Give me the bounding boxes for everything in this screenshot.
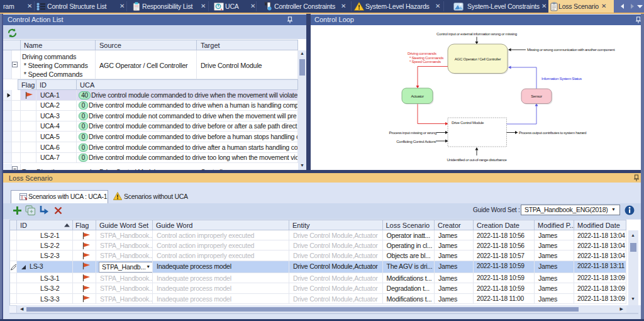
svg-text:AGC Operator / Cell Controller: AGC Operator / Cell Controller xyxy=(455,57,501,61)
svg-text:* Speed Commands: * Speed Commands xyxy=(409,59,441,64)
svg-text:Control input or external info: Control input or external information wr… xyxy=(436,31,518,36)
svg-text:Actuator: Actuator xyxy=(411,94,424,98)
svg-text:Missing or wrong communication: Missing or wrong communication with anot… xyxy=(527,47,615,52)
svg-text:Drive Control Module: Drive Control Module xyxy=(452,120,484,125)
svg-text:Unidentified or out-of-range d: Unidentified or out-of-range disturbance xyxy=(447,157,507,162)
svg-text:Information System Status: Information System Status xyxy=(541,76,582,81)
svg-text:Process input missing or wrong: Process input missing or wrong xyxy=(389,130,437,135)
svg-text:Sensor: Sensor xyxy=(531,94,542,98)
svg-text:Process output contributes to: Process output contributes to system haz… xyxy=(519,130,587,135)
svg-text:Conflicting Control Actions: Conflicting Control Actions xyxy=(396,139,436,144)
